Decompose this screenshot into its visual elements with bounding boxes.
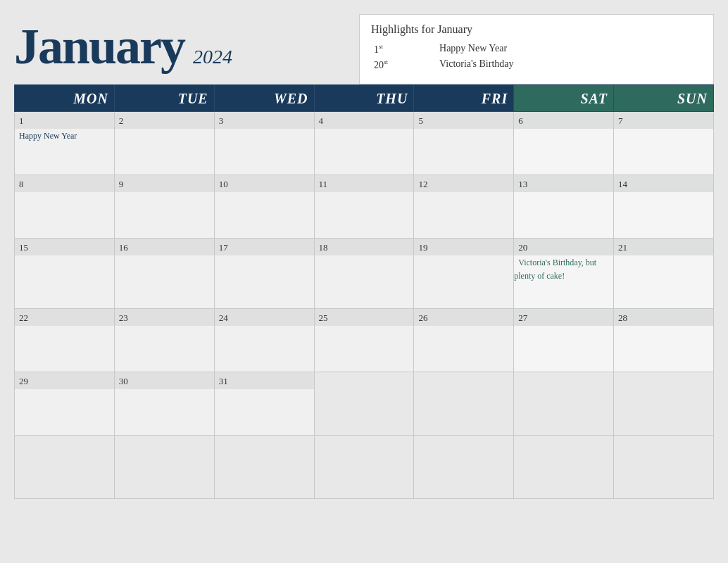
week-row-5: 29 30 31	[15, 372, 714, 436]
day-cell-22: 22	[15, 309, 115, 372]
highlights-panel: Highlights for January 1st Happy New Yea…	[359, 14, 714, 84]
header-thu: THU	[314, 85, 414, 112]
day-number-15: 15	[15, 239, 114, 255]
header-sun: SUN	[614, 85, 714, 112]
day-number-14: 14	[614, 175, 713, 192]
highlight-row-1: 1st Happy New Year	[371, 42, 702, 57]
week-row-4: 22 23 24 25 26 27 28	[15, 309, 714, 372]
highlights-title: Highlights for January	[371, 23, 702, 36]
day-number-30: 30	[115, 372, 214, 389]
calendar-container: January 2024 Highlights for January 1st …	[14, 14, 714, 499]
day-number-8: 8	[15, 175, 114, 192]
day-cell-17: 17	[214, 239, 314, 309]
day-cell-empty-1	[314, 372, 414, 436]
day-number-9: 9	[115, 175, 214, 192]
day-cell-empty-11	[614, 436, 714, 499]
day-event-1: Happy New Year	[15, 129, 81, 143]
day-cell-14: 14	[614, 175, 714, 239]
day-cell-12: 12	[414, 175, 514, 239]
week-row-6	[15, 436, 714, 499]
day-cell-4: 4	[314, 112, 414, 175]
day-cell-empty-8	[314, 436, 414, 499]
week-row-3: 15 16 17 18 19 20 Victoria's Birthday, b…	[15, 239, 714, 309]
day-cell-30: 30	[114, 372, 214, 436]
day-number-1: 1	[15, 112, 114, 129]
day-number-21: 21	[614, 239, 713, 255]
day-event-20: Victoria's Birthday, but plenty of cake!	[514, 255, 596, 283]
day-cell-11: 11	[314, 175, 414, 239]
day-number-22: 22	[15, 309, 114, 326]
day-number-3: 3	[215, 112, 314, 129]
day-cell-31: 31	[214, 372, 314, 436]
highlight-day-1: 1st	[371, 42, 437, 57]
day-cell-29: 29	[15, 372, 115, 436]
day-cell-21: 21	[614, 239, 714, 309]
highlight-row-2: 20st Victoria's Birthday	[371, 57, 702, 72]
day-cell-empty-9	[414, 436, 514, 499]
day-cell-27: 27	[514, 309, 614, 372]
day-cell-18: 18	[314, 239, 414, 309]
day-cell-empty-10	[514, 436, 614, 499]
day-number-10: 10	[215, 175, 314, 192]
day-cell-2: 2	[114, 112, 214, 175]
day-cell-empty-2	[414, 372, 514, 436]
day-number-5: 5	[414, 112, 513, 129]
month-title-block: January 2024	[14, 14, 359, 79]
day-number-16: 16	[115, 239, 214, 255]
day-number-4: 4	[315, 112, 414, 129]
day-number-25: 25	[315, 309, 414, 326]
day-cell-15: 15	[15, 239, 115, 309]
day-number-24: 24	[215, 309, 314, 326]
day-cell-5: 5	[414, 112, 514, 175]
day-cell-26: 26	[414, 309, 514, 372]
day-number-11: 11	[315, 175, 414, 192]
day-cell-empty-4	[614, 372, 714, 436]
day-cell-3: 3	[214, 112, 314, 175]
day-number-29: 29	[15, 372, 114, 389]
day-cell-empty-7	[214, 436, 314, 499]
day-cell-23: 23	[114, 309, 214, 372]
calendar-header: January 2024 Highlights for January 1st …	[14, 14, 714, 84]
highlight-event-2: Victoria's Birthday	[437, 57, 702, 72]
month-name: January	[14, 21, 184, 72]
highlights-table: 1st Happy New Year 20st Victoria's Birth…	[371, 42, 702, 72]
day-number-23: 23	[115, 309, 214, 326]
day-number-6: 6	[514, 112, 613, 129]
day-number-26: 26	[414, 309, 513, 326]
day-cell-20: 20 Victoria's Birthday, but plenty of ca…	[514, 239, 614, 309]
day-number-12: 12	[414, 175, 513, 192]
day-cell-6: 6	[514, 112, 614, 175]
day-cell-7: 7	[614, 112, 714, 175]
day-number-20: 20	[514, 239, 613, 255]
day-number-7: 7	[614, 112, 713, 129]
week-row-1: 1 Happy New Year 2 3 4 5 6	[15, 112, 714, 175]
header-wed: WED	[214, 85, 314, 112]
highlight-day-2: 20st	[371, 57, 437, 72]
highlight-event-1: Happy New Year	[437, 42, 702, 57]
day-number-13: 13	[514, 175, 613, 192]
day-number-17: 17	[215, 239, 314, 255]
day-cell-1: 1 Happy New Year	[15, 112, 115, 175]
day-number-28: 28	[614, 309, 713, 326]
day-cell-empty-3	[514, 372, 614, 436]
calendar-grid: MON TUE WED THU FRI SAT SUN 1 Happy New …	[14, 84, 714, 499]
day-number-31: 31	[215, 372, 314, 389]
day-number-27: 27	[514, 309, 613, 326]
day-cell-16: 16	[114, 239, 214, 309]
day-cell-13: 13	[514, 175, 614, 239]
day-number-18: 18	[315, 239, 414, 255]
day-cell-empty-6	[114, 436, 214, 499]
day-cell-25: 25	[314, 309, 414, 372]
header-mon: MON	[15, 85, 115, 112]
header-fri: FRI	[414, 85, 514, 112]
day-cell-9: 9	[114, 175, 214, 239]
week-row-2: 8 9 10 11 12 13 14	[15, 175, 714, 239]
day-cell-empty-5	[15, 436, 115, 499]
weekday-header-row: MON TUE WED THU FRI SAT SUN	[15, 85, 714, 112]
year-number: 2024	[193, 46, 232, 68]
header-sat: SAT	[514, 85, 614, 112]
day-cell-28: 28	[614, 309, 714, 372]
day-number-19: 19	[414, 239, 513, 255]
header-tue: TUE	[114, 85, 214, 112]
day-cell-10: 10	[214, 175, 314, 239]
